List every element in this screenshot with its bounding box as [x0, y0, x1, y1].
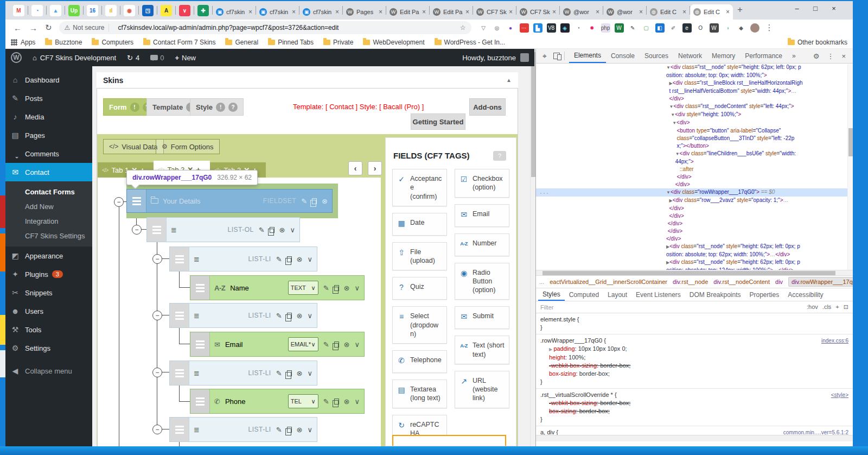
edit-icon[interactable]: ✎: [276, 426, 282, 434]
sidebar-item-dashboard[interactable]: ⌂Dashboard: [5, 71, 92, 89]
extension-blue-squares[interactable]: ▙: [533, 23, 542, 33]
tab-close-icon[interactable]: ×: [726, 8, 730, 16]
drag-handle-icon[interactable]: [170, 418, 189, 441]
devtools-menu-icon[interactable]: ⋮: [827, 52, 834, 60]
stylesheet-source-link[interactable]: <style>: [831, 391, 848, 399]
field-button-upload[interactable]: ⇧File (upload): [392, 242, 447, 271]
drag-handle-icon[interactable]: [190, 389, 210, 413]
devtools-tab-console[interactable]: Console: [606, 49, 640, 63]
tab-close-icon[interactable]: ×: [248, 8, 252, 16]
edit-icon[interactable]: ✎: [323, 284, 329, 292]
fields-help-button[interactable]: ?: [493, 151, 506, 161]
code-line[interactable]: ...▼<div class="rowWrapper___17qG0"> == …: [536, 188, 853, 197]
field-button-text[interactable]: A-ZText (short text): [455, 336, 509, 364]
delete-icon[interactable]: ⊗: [344, 397, 350, 406]
styles-tab-layout[interactable]: Layout: [603, 288, 631, 301]
sidebar-item-tools[interactable]: ⚒Tools: [5, 320, 92, 339]
delete-icon[interactable]: ⊗: [344, 340, 350, 349]
code-line[interactable]: ▼<div>: [536, 119, 853, 127]
code-line[interactable]: </div>: [536, 173, 853, 181]
extension-profile-avatar[interactable]: [750, 23, 760, 33]
css-rule[interactable]: common.min.…ver=5.6.1:2a, div {▶ outline…: [536, 426, 853, 435]
extension-v8[interactable]: V8: [547, 23, 556, 33]
tree-row-your-details[interactable]: Your DetailsFIELDSET✎⊗: [126, 189, 333, 213]
code-line[interactable]: class="collapseButton___3TInD" style="le…: [536, 135, 853, 142]
extension-edge-e[interactable]: e: [682, 23, 692, 33]
extension-shield[interactable]: ▽: [479, 23, 488, 33]
browser-tab[interactable]: ▣cf7skin×: [213, 4, 256, 20]
code-line[interactable]: osition: absolute; top: 62px; width: 100…: [536, 251, 853, 258]
code-line[interactable]: </div>: [536, 235, 853, 243]
pinned-tab-a-yellow[interactable]: A: [161, 5, 172, 16]
devtools-more-tabs[interactable]: »: [787, 49, 801, 63]
field-button-number[interactable]: A-ZNumber: [455, 233, 509, 256]
styles-bottom-scrollbar[interactable]: [536, 435, 853, 441]
field-button-url[interactable]: ↗URL (website link): [455, 371, 509, 408]
edit-icon[interactable]: ✎: [301, 197, 307, 205]
extension-dark-circle[interactable]: ●: [506, 23, 515, 33]
tree-row-list-ol[interactable]: ≣LIST-OL✎⊗∨: [146, 217, 300, 242]
code-line[interactable]: </div>: [536, 228, 853, 235]
browser-tab[interactable]: W@wor×: [560, 4, 603, 20]
drag-handle-icon[interactable]: [127, 189, 146, 212]
tab-close-icon[interactable]: ×: [335, 8, 339, 16]
chevron-down-icon[interactable]: ∨: [354, 284, 360, 292]
styles-tab-styles[interactable]: Styles: [538, 288, 565, 301]
drag-handle-icon[interactable]: [170, 304, 189, 327]
devtools-close-icon[interactable]: ×: [841, 52, 846, 60]
devtools-tab-performance[interactable]: Performance: [740, 49, 787, 63]
chevron-down-icon[interactable]: ∨: [307, 369, 312, 377]
extension-react[interactable]: ◈: [560, 23, 570, 33]
submenu-item-integration[interactable]: Integration: [5, 214, 92, 229]
devtools-tab-network[interactable]: Network: [673, 49, 707, 63]
inspect-element-icon[interactable]: ⌖: [542, 52, 547, 61]
chevron-down-icon[interactable]: ∨: [307, 312, 312, 320]
copy-icon[interactable]: [287, 313, 292, 319]
extension-php[interactable]: php: [601, 23, 610, 33]
pinned-tab-calendar-16[interactable]: 16: [87, 5, 98, 16]
extension-blue-chip[interactable]: ◧: [655, 23, 665, 33]
devtools-tab-memory[interactable]: Memory: [707, 49, 740, 63]
sidebar-item-users[interactable]: ☻Users: [5, 302, 92, 320]
browser-menu-icon[interactable]: ⋮: [765, 23, 774, 33]
tree-collapse-button[interactable]: −: [152, 254, 162, 264]
form-options-button[interactable]: ⚙Form Options: [156, 139, 220, 154]
other-bookmarks[interactable]: Other bookmarks: [788, 39, 847, 46]
chevron-down-icon[interactable]: ∨: [290, 226, 295, 234]
devtools-horizontal-scrollbar[interactable]: [536, 270, 853, 275]
bookmark-folder[interactable]: Pinned Tabs: [268, 39, 314, 46]
addons-button[interactable]: Add-ons: [469, 98, 506, 116]
devtools-tab-sources[interactable]: Sources: [640, 49, 673, 63]
pinned-tab-docs-blue[interactable]: ◳: [142, 5, 154, 16]
bookmark-folder[interactable]: WordPress - Get In...: [435, 39, 505, 46]
elements-scrollbar[interactable]: [847, 64, 853, 270]
address-bar[interactable]: ⚠ Not secure cf7skinsdev.local/wp-admin/…: [59, 21, 471, 34]
tree-row-list-li[interactable]: ≣LIST-LI✎⊗∨: [169, 247, 317, 271]
devtools-elements-tree[interactable]: ▼<div class="rst__node" style="height: 6…: [536, 64, 853, 270]
tree-row-name[interactable]: A-ZNameTEXT∨✎⊗∨: [190, 275, 365, 300]
sidebar-item-media[interactable]: ♪Media: [5, 108, 92, 126]
sidebar-item-snippets[interactable]: ✂Snippets: [5, 283, 92, 302]
field-button-textarea[interactable]: ▤Textarea (long text): [392, 380, 447, 408]
drag-handle-icon[interactable]: [170, 247, 189, 271]
code-line[interactable]: </div>: [536, 205, 853, 212]
tree-row-list-li[interactable]: ≣LIST-LI✎⊗∨: [169, 417, 317, 442]
field-button-select[interactable]: ≡Select (dropdown): [392, 306, 447, 344]
field-type-select[interactable]: TEL∨: [288, 394, 318, 408]
extension-compass[interactable]: ◑: [723, 23, 732, 33]
sidebar-item-posts[interactable]: ✎Posts: [5, 89, 92, 108]
browser-tab[interactable]: ▣cf7skin×: [256, 4, 299, 20]
delete-icon[interactable]: ⊗: [297, 426, 303, 434]
maximize-button[interactable]: □: [806, 1, 825, 15]
extension-wp-green[interactable]: W: [615, 23, 624, 33]
pinned-tab-clock-blue[interactable]: ◔: [31, 5, 43, 16]
tree-row-list-li[interactable]: ≣LIST-LI✎⊗∨: [169, 303, 317, 328]
extension-timer[interactable]: ◔: [574, 23, 583, 33]
stylesheet-source-link[interactable]: common.min.…ver=5.6.1:2: [783, 428, 848, 435]
filter-input[interactable]: Filter: [540, 304, 802, 311]
styles-tab-properties[interactable]: Properties: [745, 288, 784, 301]
pinned-tab-drive-triangle[interactable]: ▲: [50, 5, 61, 16]
browser-tab[interactable]: WEdit Pa×: [430, 4, 473, 20]
page-scrollbar[interactable]: [530, 49, 535, 446]
bookmark-folder[interactable]: General: [225, 39, 258, 46]
